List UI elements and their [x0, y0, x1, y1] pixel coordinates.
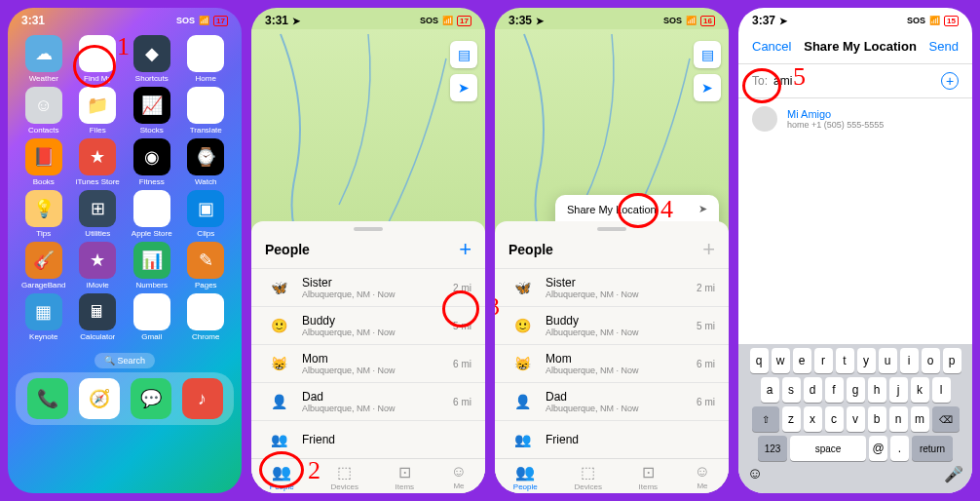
- key-d[interactable]: d: [804, 377, 822, 403]
- key-m[interactable]: m: [911, 406, 929, 432]
- to-field-row[interactable]: To: ami +: [738, 64, 972, 98]
- key-123[interactable]: 123: [758, 436, 787, 461]
- key-return[interactable]: return: [912, 436, 953, 461]
- app-watch[interactable]: ⌚Watch: [180, 138, 233, 186]
- key-i[interactable]: i: [900, 348, 919, 373]
- app-gmail[interactable]: MGmail: [126, 293, 178, 341]
- popup-item-share-my-location[interactable]: Share My Location➤: [555, 195, 719, 224]
- map-locate-button[interactable]: ➤: [450, 74, 477, 101]
- app-shortcuts[interactable]: ◆Shortcuts: [126, 35, 178, 83]
- dock-app[interactable]: 💬: [131, 378, 171, 419]
- app-find-my[interactable]: ◎Find My: [72, 35, 125, 83]
- app-pages[interactable]: ✎Pages: [180, 242, 233, 289]
- tab-me[interactable]: ☺Me: [451, 463, 467, 491]
- sheet-grabber[interactable]: [597, 227, 626, 231]
- add-button[interactable]: +: [702, 237, 715, 262]
- app-files[interactable]: 📁Files: [72, 87, 125, 135]
- person-row[interactable]: 🙂 Buddy Albuquerque, NM · Now 5 mi: [251, 306, 485, 344]
- person-row[interactable]: 🦋 Sister Albuquerque, NM · Now 2 mi: [495, 268, 729, 306]
- add-button[interactable]: +: [459, 237, 471, 262]
- add-contact-button[interactable]: +: [941, 72, 959, 90]
- people-sheet[interactable]: People + 🦋 Sister Albuquerque, NM · Now …: [251, 221, 485, 493]
- key-w[interactable]: w: [772, 348, 790, 373]
- app-chrome[interactable]: ◉Chrome: [180, 293, 233, 341]
- dock-app[interactable]: ♪: [182, 378, 223, 419]
- tab-devices[interactable]: ⬚Devices: [574, 463, 601, 491]
- app-imovie[interactable]: ★iMovie: [72, 242, 125, 289]
- send-button[interactable]: Send: [929, 39, 959, 54]
- sheet-grabber[interactable]: [354, 227, 383, 231]
- app-calculator[interactable]: 🖩Calculator: [72, 293, 125, 341]
- app-tips[interactable]: 💡Tips: [18, 190, 70, 238]
- app-clips[interactable]: ▣Clips: [180, 190, 233, 238]
- app-utilities[interactable]: ⊞Utilities: [72, 190, 125, 238]
- app-garageband[interactable]: 🎸GarageBand: [18, 242, 70, 289]
- app-itunes-store[interactable]: ★iTunes Store: [72, 138, 125, 186]
- key-f[interactable]: f: [825, 377, 844, 403]
- tab-people[interactable]: 👥People: [270, 463, 294, 491]
- key-e[interactable]: e: [793, 348, 811, 373]
- key-y[interactable]: y: [857, 348, 876, 373]
- app-keynote[interactable]: ▦Keynote: [18, 293, 70, 341]
- tab-people[interactable]: 👥People: [513, 463, 538, 491]
- key-n[interactable]: n: [889, 406, 908, 432]
- app-weather[interactable]: ☁Weather: [18, 35, 70, 83]
- key-j[interactable]: j: [889, 377, 908, 403]
- person-row[interactable]: 👥 Friend: [251, 420, 485, 458]
- person-row[interactable]: 👤 Dad Albuquerque, NM · Now 6 mi: [495, 382, 729, 420]
- app-fitness[interactable]: ◉Fitness: [126, 138, 178, 186]
- app-translate[interactable]: 文Translate: [180, 87, 233, 135]
- tab-items[interactable]: ⊡Items: [639, 463, 659, 491]
- app-stocks[interactable]: 📈Stocks: [126, 87, 178, 135]
- key-g[interactable]: g: [847, 377, 865, 403]
- key-u[interactable]: u: [879, 348, 897, 373]
- key-backspace[interactable]: ⌫: [932, 406, 960, 432]
- dock-app[interactable]: 🧭: [79, 378, 120, 419]
- person-row[interactable]: 😸 Mom Albuquerque, NM · Now 6 mi: [495, 344, 729, 382]
- key-h[interactable]: h: [868, 377, 886, 403]
- app-contacts[interactable]: ☺Contacts: [18, 87, 70, 135]
- app-home[interactable]: ⌂Home: [180, 35, 233, 83]
- person-row[interactable]: 😸 Mom Albuquerque, NM · Now 6 mi: [251, 344, 485, 382]
- tab-me[interactable]: ☺Me: [695, 463, 710, 491]
- app-books[interactable]: 📕Books: [18, 138, 70, 186]
- key-s[interactable]: s: [782, 377, 801, 403]
- key-p[interactable]: p: [943, 348, 961, 373]
- people-sheet[interactable]: People + 🦋 Sister Albuquerque, NM · Now …: [495, 221, 729, 493]
- keyboard[interactable]: qwertyuiop asdfghjkl ⇧zxcvbnm⌫ 123 space…: [738, 344, 972, 493]
- key-k[interactable]: k: [911, 377, 929, 403]
- key-a[interactable]: a: [761, 377, 779, 403]
- map-settings-button[interactable]: ▤: [450, 41, 477, 68]
- key-l[interactable]: l: [932, 377, 951, 403]
- key-q[interactable]: q: [750, 348, 769, 373]
- key-dot[interactable]: .: [890, 436, 909, 461]
- key-v[interactable]: v: [847, 406, 865, 432]
- key-t[interactable]: t: [836, 348, 854, 373]
- key-at[interactable]: @: [869, 436, 887, 461]
- person-row[interactable]: 👤 Dad Albuquerque, NM · Now 6 mi: [251, 382, 485, 420]
- cancel-button[interactable]: Cancel: [752, 39, 791, 54]
- contact-suggestion[interactable]: Mi Amigo home +1 (505) 555-5555: [738, 98, 972, 139]
- app-numbers[interactable]: 📊Numbers: [126, 242, 178, 289]
- to-input[interactable]: ami: [773, 74, 941, 88]
- map-locate-button[interactable]: ➤: [694, 74, 721, 101]
- mic-button[interactable]: 🎤: [944, 465, 963, 483]
- person-row[interactable]: 👥 Friend: [495, 420, 729, 458]
- key-x[interactable]: x: [804, 406, 822, 432]
- key-r[interactable]: r: [814, 348, 833, 373]
- tab-items[interactable]: ⊡Items: [396, 463, 415, 491]
- map-settings-button[interactable]: ▤: [694, 41, 721, 68]
- person-row[interactable]: 🙂 Buddy Albuquerque, NM · Now 5 mi: [495, 306, 729, 344]
- dock-app[interactable]: 📞: [27, 378, 68, 419]
- key-b[interactable]: b: [868, 406, 886, 432]
- key-o[interactable]: o: [922, 348, 940, 373]
- tab-devices[interactable]: ⬚Devices: [330, 463, 358, 491]
- key-c[interactable]: c: [825, 406, 844, 432]
- key-space[interactable]: space: [790, 436, 866, 461]
- emoji-button[interactable]: ☺: [747, 465, 763, 483]
- key-z[interactable]: z: [782, 406, 801, 432]
- person-row[interactable]: 🦋 Sister Albuquerque, NM · Now 2 mi: [251, 268, 485, 306]
- key-shift[interactable]: ⇧: [752, 406, 779, 432]
- app-apple-store[interactable]: Apple Store: [126, 190, 178, 238]
- home-search[interactable]: 🔍 Search: [94, 353, 155, 368]
